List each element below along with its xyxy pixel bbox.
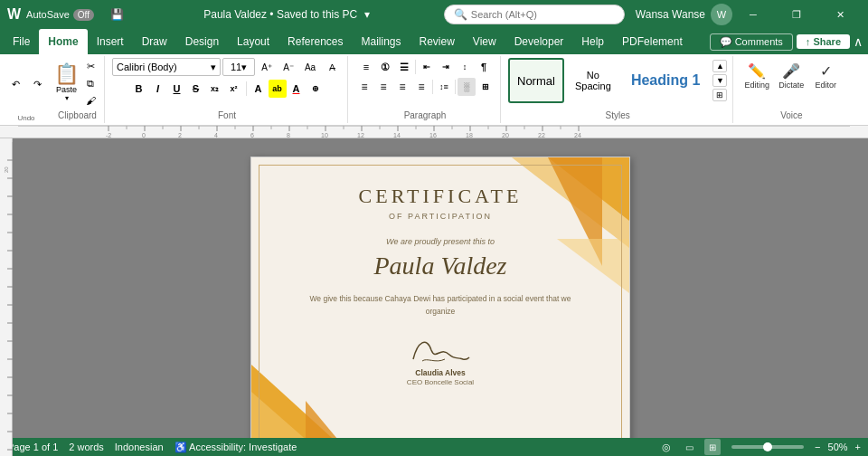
justify-button[interactable]: ≡: [412, 78, 430, 96]
tab-references[interactable]: References: [278, 29, 352, 54]
borders-button[interactable]: ⊞: [476, 78, 495, 96]
document-area[interactable]: CERTIFICATE OF PARTICIPATION We are prou…: [13, 138, 868, 456]
italic-button[interactable]: I: [149, 80, 167, 98]
horizontal-ruler: -2 0 2 4 6 8: [0, 126, 868, 138]
styles-scroll-down[interactable]: ▼: [712, 74, 727, 87]
cut-button[interactable]: ✂: [80, 58, 100, 74]
text-effect-button[interactable]: A: [250, 80, 268, 98]
subscript-button[interactable]: x₂: [206, 80, 224, 98]
restore-button[interactable]: ❐: [776, 0, 817, 29]
dec-indent-button[interactable]: ⇤: [418, 58, 436, 76]
style-normal[interactable]: Normal: [508, 58, 564, 103]
formatting-row: B I U S x₂ x² A ab A ⊕: [130, 80, 325, 98]
close-button[interactable]: ✕: [819, 0, 861, 29]
editing-button[interactable]: ✏️ Editing: [741, 58, 773, 96]
user-area: Wansa Wanse W: [636, 4, 732, 25]
highlight-button[interactable]: ab: [269, 80, 287, 98]
styles-scroll-up[interactable]: ▲: [712, 60, 727, 72]
align-right-button[interactable]: ≡: [393, 78, 411, 96]
ribbon-area: File Home Insert Draw Design Layout Refe…: [0, 29, 868, 138]
para-bottom-row: ≡ ≡ ≡ ≡ ↕≡ ░ ⊞: [355, 78, 495, 96]
tab-developer[interactable]: Developer: [505, 29, 573, 54]
sort-button[interactable]: ↕: [456, 58, 474, 76]
superscript-button[interactable]: x²: [225, 80, 243, 98]
clear-format-button[interactable]: A̶: [322, 59, 342, 75]
svg-text:8: 8: [287, 132, 290, 138]
status-bar: Page 1 of 1 2 words Indonesian ♿ Accessi…: [0, 438, 868, 456]
copy-button[interactable]: ⧉: [80, 75, 100, 91]
dictate-button[interactable]: 🎤 Dictate: [775, 58, 807, 96]
para-div3: [455, 80, 456, 94]
align-center-button[interactable]: ≡: [374, 78, 392, 96]
styles-scroll: ▲ ▼ ⊞: [712, 60, 727, 101]
menu-tabs: File Home Insert Draw Design Layout Refe…: [0, 29, 868, 54]
language-indicator[interactable]: Indonesian: [115, 442, 164, 452]
ribbon-collapse-icon[interactable]: ∧: [854, 34, 863, 49]
more-font-button[interactable]: ⊕: [307, 80, 325, 98]
svg-text:24: 24: [574, 132, 581, 138]
accessibility-icon: ♿: [175, 442, 187, 452]
editor-button[interactable]: ✓ Editor: [809, 58, 842, 96]
multilevel-button[interactable]: ☰: [395, 58, 413, 76]
print-layout-button[interactable]: ▭: [681, 439, 697, 455]
font-size-increase[interactable]: A⁺: [257, 59, 277, 75]
paste-button[interactable]: 📋 Paste ▾: [54, 58, 79, 109]
font-color-button[interactable]: A: [288, 80, 306, 98]
paragraph-group: ≡ ① ☰ ⇤ ⇥ ↕ ¶ ≡ ≡ ≡ ≡ ↕≡ ░: [350, 56, 501, 123]
accessibility-button[interactable]: ♿ Accessibility: Investigate: [175, 442, 297, 453]
comments-button[interactable]: 💬 Comments: [710, 33, 793, 51]
search-input[interactable]: [471, 9, 615, 20]
line-spacing-button[interactable]: ↕≡: [435, 78, 453, 96]
certificate-body-text: We give this because Cahaya Dewi has par…: [297, 293, 584, 318]
font-size-decrease[interactable]: A⁻: [278, 59, 298, 75]
tab-insert[interactable]: Insert: [88, 29, 133, 54]
change-case-button[interactable]: Aa: [300, 59, 320, 75]
share-button[interactable]: ↑ Share: [797, 34, 850, 49]
style-no-spacing[interactable]: NoSpacing: [566, 58, 620, 103]
font-name-selector[interactable]: Calibri (Body) ▾: [112, 58, 221, 76]
dictate-icon: 🎤: [782, 64, 800, 79]
ruler-svg: -2 0 2 4 6 8: [18, 126, 850, 138]
clipboard-label: Clipboard: [58, 109, 97, 121]
svg-text:20: 20: [4, 166, 9, 173]
strikethrough-button[interactable]: S: [187, 80, 205, 98]
focus-button[interactable]: ◎: [659, 440, 674, 454]
undo-button[interactable]: ↶: [5, 76, 25, 92]
search-icon: 🔍: [454, 8, 467, 21]
svg-text:18: 18: [466, 132, 473, 138]
tab-design[interactable]: Design: [176, 29, 228, 54]
zoom-slider[interactable]: [731, 445, 804, 449]
ruler-marks: -2 0 2 4 6 8: [18, 126, 866, 138]
align-left-button[interactable]: ≡: [355, 78, 373, 96]
tab-home[interactable]: Home: [39, 29, 87, 54]
shading-button[interactable]: ░: [458, 78, 476, 96]
font-size-selector[interactable]: 11 ▾: [222, 58, 255, 76]
zoom-minus-button[interactable]: −: [815, 442, 820, 452]
underline-button[interactable]: U: [168, 80, 186, 98]
tab-pdfelement[interactable]: PDFelement: [613, 29, 692, 54]
style-heading1[interactable]: Heading 1: [622, 58, 709, 103]
tab-view[interactable]: View: [464, 29, 505, 54]
bullets-button[interactable]: ≡: [357, 58, 375, 76]
redo-button[interactable]: ↷: [27, 76, 47, 92]
tab-draw[interactable]: Draw: [133, 29, 176, 54]
web-layout-button[interactable]: ⊞: [704, 439, 721, 455]
autosave-toggle[interactable]: Off: [73, 9, 94, 21]
tab-help[interactable]: Help: [572, 29, 613, 54]
search-box[interactable]: 🔍: [444, 5, 625, 24]
avatar[interactable]: W: [711, 4, 732, 25]
numbering-button[interactable]: ①: [376, 58, 394, 76]
save-button[interactable]: 💾: [110, 8, 124, 21]
tab-mailings[interactable]: Mailings: [352, 29, 410, 54]
format-painter-button[interactable]: 🖌: [80, 92, 100, 109]
bold-button[interactable]: B: [130, 80, 148, 98]
work-area: 20: [0, 138, 868, 456]
tab-layout[interactable]: Layout: [228, 29, 278, 54]
show-hide-button[interactable]: ¶: [475, 58, 493, 76]
inc-indent-button[interactable]: ⇥: [437, 58, 455, 76]
zoom-plus-button[interactable]: +: [855, 442, 861, 452]
styles-expand[interactable]: ⊞: [712, 89, 727, 101]
minimize-button[interactable]: ─: [732, 0, 774, 29]
tab-review[interactable]: Review: [410, 29, 464, 54]
tab-file[interactable]: File: [4, 29, 39, 54]
